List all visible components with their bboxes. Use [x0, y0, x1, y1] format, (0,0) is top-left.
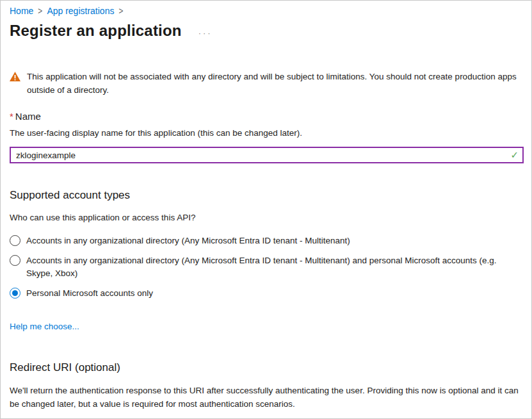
radio-option-label: Accounts in any organizational directory… [26, 254, 519, 280]
name-description: The user-facing display name for this ap… [10, 128, 522, 138]
warning-text: This application will not be associated … [27, 70, 522, 97]
account-types-radio-group: Accounts in any organizational directory… [10, 234, 522, 300]
register-application-page: Home > App registrations > Register an a… [0, 0, 532, 419]
radio-option-label: Accounts in any organizational directory… [26, 234, 350, 247]
redirect-uri-heading: Redirect URI (optional) [10, 361, 522, 374]
required-marker: * [10, 111, 13, 122]
account-types-question: Who can use this application or access t… [10, 213, 522, 222]
warning-triangle-icon [10, 72, 20, 97]
redirect-uri-description: We'll return the authentication response… [10, 384, 522, 411]
title-row: Register an application ··· [10, 22, 522, 40]
name-input[interactable] [10, 147, 524, 163]
radio-option-multitenant-personal[interactable]: Accounts in any organizational directory… [10, 254, 522, 280]
breadcrumb-link-home[interactable]: Home [10, 6, 33, 16]
account-types-heading: Supported account types [10, 189, 522, 202]
help-me-choose-link[interactable]: Help me choose... [10, 322, 79, 331]
breadcrumb-link-app-registrations[interactable]: App registrations [47, 6, 114, 16]
more-options-icon[interactable]: ··· [198, 24, 213, 38]
radio-option-label: Personal Microsoft accounts only [26, 287, 153, 300]
radio-option-personal-only[interactable]: Personal Microsoft accounts only [10, 287, 522, 300]
radio-button-icon [10, 288, 20, 299]
radio-button-icon [10, 235, 20, 246]
radio-option-multitenant[interactable]: Accounts in any organizational directory… [10, 234, 522, 247]
name-input-wrap: ✓ [10, 147, 524, 163]
page-title: Register an application [10, 22, 182, 40]
warning-banner: This application will not be associated … [10, 70, 522, 97]
radio-button-icon [10, 255, 20, 266]
breadcrumb-chevron-icon: > [118, 5, 123, 17]
breadcrumb-chevron-icon: > [38, 5, 42, 17]
name-label: *Name [10, 111, 522, 122]
breadcrumb: Home > App registrations > [10, 6, 522, 16]
